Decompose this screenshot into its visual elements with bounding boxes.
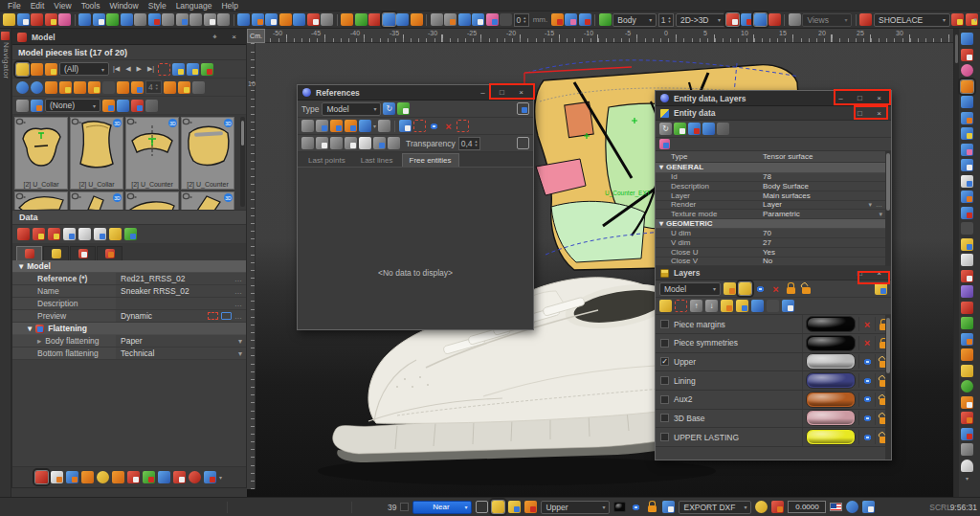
cut-icon[interactable] xyxy=(176,13,189,26)
menu-window[interactable]: Window xyxy=(104,1,143,11)
screen-share-icon[interactable] xyxy=(399,120,412,132)
piece-orange-icon[interactable] xyxy=(961,348,973,361)
redo-icon[interactable] xyxy=(134,13,146,26)
measure-status-icon[interactable] xyxy=(862,501,875,513)
piece-thumbnail[interactable] xyxy=(14,191,68,211)
recycle-icon[interactable] xyxy=(846,501,858,513)
minimize-icon[interactable]: – xyxy=(476,87,490,99)
monitor2-icon[interactable] xyxy=(316,137,328,149)
bulb-icon[interactable] xyxy=(961,460,973,472)
piece-thumbnail[interactable]: 3D [2] U_Collar xyxy=(70,117,123,190)
show-2d-icon[interactable] xyxy=(172,63,185,76)
entity-row[interactable]: Texture modeParametric▾ xyxy=(656,210,891,219)
brush-icon[interactable] xyxy=(702,123,715,135)
piece-thumbnail[interactable]: 3D [2] U_Counter xyxy=(181,117,234,190)
menu-help[interactable]: Help xyxy=(216,1,242,11)
static-preview-icon[interactable] xyxy=(221,312,232,320)
copy-doc-icon[interactable] xyxy=(78,228,91,240)
preview-image-icon[interactable] xyxy=(124,228,137,240)
layers-scrollbar[interactable] xyxy=(885,315,891,460)
layer-checkbox[interactable] xyxy=(660,320,669,328)
stamp-icon[interactable] xyxy=(301,120,314,132)
panel-purple-icon[interactable] xyxy=(961,144,973,156)
export-dropdown[interactable]: EXPORT DXF▾ xyxy=(679,501,751,514)
window-mode-icon[interactable] xyxy=(476,501,488,513)
maximize-icon[interactable]: □ xyxy=(853,267,867,279)
tab-notes[interactable] xyxy=(97,246,122,260)
entity-scrollbar[interactable] xyxy=(885,151,891,266)
entity-data-header[interactable]: Entity data □ × xyxy=(656,106,891,121)
menu-tools[interactable]: Tools xyxy=(77,1,105,11)
shoe-view-icon[interactable] xyxy=(754,13,767,26)
copies-spinner[interactable]: 1▲▼ xyxy=(658,13,675,27)
badge-2d-icon[interactable] xyxy=(16,81,29,94)
hide-entities-icon[interactable] xyxy=(442,120,455,132)
sole-icon[interactable] xyxy=(961,443,973,456)
first-piece-button[interactable]: |◀ xyxy=(111,65,122,73)
move-icon[interactable] xyxy=(458,13,471,26)
language-flag-icon[interactable] xyxy=(830,503,842,511)
footer-camera-icon[interactable] xyxy=(189,471,201,483)
layer-lock-icon[interactable] xyxy=(646,501,658,513)
curve-orange-icon[interactable] xyxy=(102,100,115,112)
layer-row[interactable]: 3D Base xyxy=(656,410,891,429)
footer-shoe-dots-icon[interactable] xyxy=(204,471,216,483)
tab-last-points[interactable]: Last points xyxy=(301,154,352,167)
grid-view-icon[interactable] xyxy=(16,63,29,76)
views-dropdown[interactable]: Views▾ xyxy=(802,13,852,27)
grid-panel-icon[interactable] xyxy=(961,49,973,61)
entity-row[interactable]: Id78 xyxy=(656,173,891,183)
select-layer-icon[interactable] xyxy=(675,300,687,312)
next-piece-button[interactable]: ▶ xyxy=(135,65,144,73)
monitor1-icon[interactable] xyxy=(301,137,314,149)
dropdown-arrow-icon[interactable]: ▾ xyxy=(879,211,882,218)
layer-swatch[interactable] xyxy=(806,429,856,445)
stack-blue-icon[interactable] xyxy=(961,428,973,440)
shoelace-shoe-icon[interactable] xyxy=(859,13,872,26)
tab-materials[interactable] xyxy=(43,246,69,260)
rotate-icon[interactable] xyxy=(472,13,484,26)
minimize-icon[interactable]: – xyxy=(834,93,848,104)
flatten-piece-icon[interactable] xyxy=(45,81,57,94)
footer-circle-icon[interactable] xyxy=(97,471,109,483)
edit-doc-icon[interactable] xyxy=(378,120,390,132)
refresh-entity-icon[interactable]: ↻ xyxy=(659,123,672,135)
pair-piece-icon[interactable] xyxy=(74,81,86,94)
footer-layers-shoe-icon[interactable] xyxy=(158,471,170,483)
copy-curve-icon[interactable] xyxy=(145,100,158,112)
select-dotted-icon[interactable] xyxy=(413,120,426,132)
tools-icon[interactable] xyxy=(662,501,675,513)
save-icon[interactable] xyxy=(17,13,30,26)
split-view-icon[interactable] xyxy=(961,175,973,188)
grid-entity-icon[interactable] xyxy=(688,123,701,135)
heel-red-icon[interactable] xyxy=(961,302,973,314)
dropdown-arrow-icon[interactable]: ▾ xyxy=(238,337,246,346)
entity-row[interactable]: Close VNo xyxy=(656,258,891,267)
monitor3-icon[interactable] xyxy=(330,137,343,149)
mirror-tool-icon[interactable] xyxy=(252,13,264,26)
eraser-icon[interactable] xyxy=(148,13,161,26)
layer-swatch[interactable] xyxy=(806,335,856,351)
layer-visibility-icon[interactable] xyxy=(630,501,642,513)
lamp-icon[interactable] xyxy=(359,120,371,132)
property-row[interactable]: Name Sneaker RRSS_02 … xyxy=(12,285,246,298)
tag-icon[interactable] xyxy=(109,228,122,240)
export-piece-icon[interactable] xyxy=(192,81,205,94)
add-variant-icon[interactable] xyxy=(33,228,45,240)
entity-row[interactable]: U dim70 xyxy=(656,229,891,238)
all-layers-icon[interactable] xyxy=(739,282,751,295)
zoom-icon[interactable] xyxy=(93,13,105,26)
pair-piece2-icon[interactable] xyxy=(88,81,100,94)
references-titlebar[interactable]: References – □ × xyxy=(298,85,533,101)
panel-yellow-icon[interactable] xyxy=(961,127,973,140)
piece-thumbnail[interactable]: 3D [2] U_Counter xyxy=(125,117,179,190)
show-layer-icon[interactable] xyxy=(754,282,767,295)
select-tool-icon[interactable] xyxy=(383,13,395,26)
panel-orange-icon[interactable] xyxy=(961,112,973,124)
flip-shoe-icon[interactable] xyxy=(579,13,591,26)
shoe-view2-icon[interactable] xyxy=(768,13,781,26)
lock-tool-icon[interactable] xyxy=(341,13,353,26)
group-icon[interactable] xyxy=(961,285,973,298)
prev-piece-button[interactable]: ◀ xyxy=(123,65,132,73)
layer-swatch[interactable] xyxy=(806,392,856,408)
